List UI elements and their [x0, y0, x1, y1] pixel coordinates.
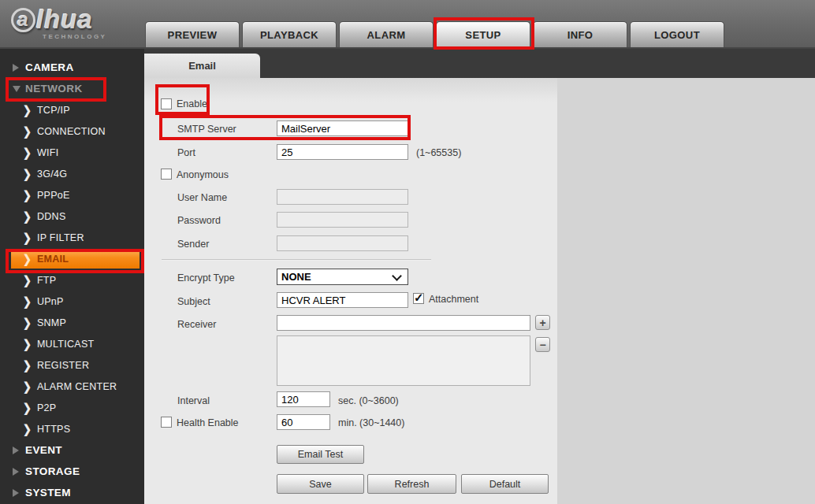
password-label: Password [177, 215, 221, 226]
checkmark-icon: ✓ [414, 291, 424, 305]
sidebar-item-label: IP FILTER [37, 232, 84, 243]
sidebar-item-ftp[interactable]: ❯FTP [0, 269, 144, 291]
sidebar-item-label: FTP [37, 275, 57, 286]
form-panel [144, 78, 557, 504]
sidebar-item-register[interactable]: ❯REGISTER [0, 354, 144, 376]
sidebar-item-label: TCP/IP [37, 105, 70, 116]
header-bar: alhua TECHNOLOGY PREVIEW PLAYBACK ALARM … [0, 0, 815, 49]
nav-tab-playback[interactable]: PLAYBACK [242, 21, 337, 47]
encrypt-type-label: Encrypt Type [177, 272, 235, 284]
port-input[interactable] [277, 144, 408, 160]
sender-input[interactable] [277, 235, 408, 251]
attachment-checkbox[interactable]: ✓ [413, 293, 424, 304]
sidebar-item-p2p[interactable]: ❯P2P [0, 397, 144, 418]
sidebar-item-snmp[interactable]: ❯SNMP [0, 312, 144, 333]
interval-input[interactable] [277, 391, 330, 407]
health-enable-checkbox[interactable] [161, 417, 172, 428]
sidebar-item-label: SYSTEM [25, 487, 71, 498]
expanded-arrow-icon [13, 86, 20, 92]
health-enable-hint: min. (30~1440) [338, 417, 404, 428]
chevron-right-icon: ❯ [23, 422, 32, 435]
sidebar-item-network[interactable]: NETWORK [0, 78, 144, 99]
receiver-list[interactable] [277, 335, 530, 386]
chevron-right-icon: ❯ [23, 273, 32, 287]
chevron-right-icon: ❯ [23, 146, 32, 159]
sidebar-item-alarm-center[interactable]: ❯ALARM CENTER [0, 376, 144, 397]
nav-tab-info[interactable]: INFO [533, 21, 627, 47]
subject-input[interactable] [277, 292, 408, 308]
sidebar-item-label: EMAIL [37, 254, 69, 265]
attachment-label: Attachment [429, 294, 478, 305]
sidebar-item-upnp[interactable]: ❯UPnP [0, 291, 144, 312]
collapsed-arrow-icon [13, 489, 19, 497]
sidebar-item-wifi[interactable]: ❯WIFI [0, 142, 144, 163]
subject-label: Subject [177, 296, 210, 307]
sidebar-item-system[interactable]: SYSTEM [0, 482, 144, 503]
sidebar-item-multicast[interactable]: ❯MULTICAST [0, 333, 144, 354]
enable-checkbox[interactable] [161, 98, 172, 109]
sidebar-item-storage[interactable]: STORAGE [0, 461, 144, 482]
nav-tab-setup[interactable]: SETUP [436, 21, 530, 47]
add-receiver-button[interactable]: + [535, 315, 550, 330]
chevron-right-icon: ❯ [23, 124, 32, 138]
sidebar-item-label: HTTPS [37, 424, 70, 435]
refresh-button[interactable]: Refresh [367, 474, 456, 494]
enable-label: Enable [177, 98, 207, 109]
nav-tab-preview[interactable]: PREVIEW [145, 21, 240, 47]
sidebar-item-event[interactable]: EVENT [0, 439, 144, 461]
dahua-logo: alhua TECHNOLOGY [11, 5, 129, 40]
chevron-down-icon [392, 271, 402, 281]
chevron-right-icon: ❯ [23, 252, 32, 265]
sidebar-item-label: EVENT [25, 444, 62, 456]
nav-tab-alarm[interactable]: ALARM [339, 21, 434, 47]
sidebar-item-email[interactable]: ❯EMAIL [11, 249, 140, 269]
anonymous-label: Anonymous [177, 169, 229, 180]
chevron-right-icon: ❯ [23, 316, 32, 329]
chevron-right-icon: ❯ [23, 103, 32, 117]
encrypt-type-select[interactable]: NONE [277, 269, 408, 285]
sidebar-item-label: CONNECTION [37, 126, 106, 137]
collapsed-arrow-icon [13, 64, 19, 72]
sidebar-item-label: CAMERA [25, 61, 74, 73]
sidebar-item-ip-filter[interactable]: ❯IP FILTER [0, 227, 144, 248]
smtp-server-input[interactable] [277, 120, 408, 136]
sidebar-item-ddns[interactable]: ❯DDNS [0, 206, 144, 227]
email-test-button[interactable]: Email Test [277, 445, 364, 464]
dahua-logo-rest: lhua [36, 5, 93, 35]
receiver-input[interactable] [277, 315, 530, 331]
sidebar-item-tcpip[interactable]: ❯TCP/IP [0, 99, 144, 120]
chevron-right-icon: ❯ [23, 380, 32, 393]
chevron-right-icon: ❯ [23, 401, 32, 414]
sidebar-item-label: REGISTER [37, 360, 89, 371]
sidebar: CAMERA NETWORK ❯TCP/IP ❯CONNECTION ❯WIFI… [0, 49, 144, 504]
sidebar-item-label: WIFI [37, 147, 59, 158]
user-name-input[interactable] [277, 189, 408, 205]
plus-icon: + [539, 317, 545, 329]
interval-label: Interval [177, 395, 210, 406]
remove-receiver-button[interactable]: − [535, 337, 550, 352]
sidebar-item-connection[interactable]: ❯CONNECTION [0, 120, 144, 142]
health-enable-input[interactable] [277, 414, 330, 430]
sidebar-item-label: UPnP [37, 296, 64, 307]
tab-email[interactable]: Email [144, 54, 260, 78]
port-label: Port [177, 147, 195, 158]
nav-tab-logout[interactable]: LOGOUT [630, 21, 724, 47]
chevron-right-icon: ❯ [23, 209, 32, 223]
sender-label: Sender [177, 239, 209, 250]
collapsed-arrow-icon [13, 447, 19, 454]
default-button[interactable]: Default [461, 474, 549, 494]
sidebar-item-label: DDNS [37, 211, 66, 222]
collapsed-arrow-icon [13, 468, 19, 476]
chevron-right-icon: ❯ [23, 337, 32, 350]
anonymous-checkbox[interactable] [161, 169, 172, 180]
password-input[interactable] [277, 212, 408, 228]
save-button[interactable]: Save [277, 474, 364, 494]
smtp-server-label: SMTP Server [177, 124, 236, 135]
sidebar-item-https[interactable]: ❯HTTPS [0, 418, 144, 439]
sidebar-item-label: NETWORK [25, 83, 83, 94]
sidebar-item-label: STORAGE [25, 465, 80, 477]
sidebar-item-3g4g[interactable]: ❯3G/4G [0, 163, 144, 184]
email-settings-panel: Enable SMTP Server Port (1~65535) Anonym… [144, 78, 815, 504]
sidebar-item-camera[interactable]: CAMERA [0, 57, 144, 78]
sidebar-item-pppoe[interactable]: ❯PPPoE [0, 184, 144, 206]
